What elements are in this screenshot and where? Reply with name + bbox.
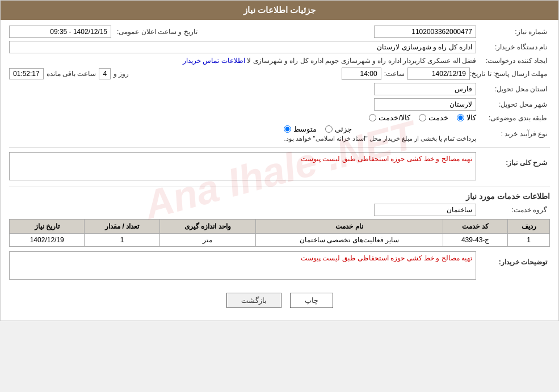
buyer-org-row: نام دستگاه خریدار:	[9, 41, 550, 53]
col-quantity: تعداد / مقدار	[85, 220, 159, 234]
service-group-row: گروه خدمت:	[9, 204, 550, 216]
col-row-num: ردیف	[508, 220, 550, 234]
cell-service-code: ج-43-439	[443, 234, 508, 247]
buyer-notes-section: توضیحات خریدار: تهیه مصالح و خط کشی حوزه…	[9, 251, 550, 281]
general-desc-section: شرح کلی نیاز: تهیه مصالح و خط کشی حوزه ا…	[9, 152, 550, 182]
category-label: طبقه بندی موضوعی:	[476, 114, 550, 122]
buyer-notes-textarea[interactable]: تهیه مصالح و خط کشی حوزه استحفاظی طبق لی…	[9, 251, 476, 280]
creator-row: ایجاد کننده درخواست: فضل اله عسکری کاربر…	[9, 56, 550, 65]
need-number-row: شماره نیاز: تاریخ و ساعت اعلان عمومی:	[9, 26, 550, 38]
category-kala-khedmat-label: کالا/خدمت	[379, 113, 410, 122]
category-khedmat-radio[interactable]	[419, 114, 426, 121]
category-kala-radio[interactable]	[457, 114, 464, 121]
divider-1	[9, 147, 550, 147]
deadline-countdown-value: 01:52:17	[9, 68, 44, 79]
service-group-input[interactable]	[374, 204, 476, 216]
cell-quantity: 1	[85, 234, 159, 247]
buyer-notes-value-col: تهیه مصالح و خط کشی حوزه استحفاظی طبق لی…	[9, 251, 476, 281]
general-desc-textarea[interactable]: تهیه مصالح و خط کشی حوزه استحفاظی طبق لی…	[9, 152, 476, 180]
deadline-time-label: ساعت:	[384, 70, 405, 78]
deadline-days-label: روز و	[114, 70, 129, 78]
deadline-value-col: ساعت: روز و 4 ساعت باقی مانده 01:52:17	[9, 68, 470, 80]
cell-need-date: 1402/12/19	[10, 234, 85, 247]
creator-text: فضل اله عسکری کاربردار اداره راه و شهرسا…	[247, 57, 476, 65]
general-desc-value-col: تهیه مصالح و خط کشی حوزه استحفاظی طبق لی…	[9, 152, 476, 182]
province-label: استان محل تحویل:	[476, 85, 550, 93]
divider-2	[9, 187, 550, 187]
category-kala-khedmat-radio[interactable]	[369, 114, 376, 121]
category-radio-group: کالا/خدمت خدمت کالا	[369, 113, 476, 122]
col-need-date: تاریخ نیاز	[10, 220, 85, 234]
province-value-col	[9, 83, 476, 95]
need-number-input[interactable]	[374, 26, 476, 38]
page-header: جزئیات اطلاعات نیاز	[1, 1, 558, 20]
category-kala-khedmat-item: کالا/خدمت	[369, 113, 410, 122]
deadline-time-input[interactable]	[342, 68, 381, 80]
back-button[interactable]: بازگشت	[226, 293, 281, 308]
province-input[interactable]	[374, 83, 476, 95]
province-row: استان محل تحویل:	[9, 83, 550, 95]
category-kala-item: کالا	[457, 113, 476, 122]
city-row: شهر محل تحویل:	[9, 98, 550, 111]
deadline-remaining-label: ساعت باقی مانده	[47, 70, 96, 78]
general-desc-label: شرح کلی نیاز:	[476, 157, 550, 167]
service-group-label: گروه خدمت:	[476, 206, 550, 214]
process-jozvi-radio[interactable]	[325, 125, 333, 133]
creator-value-col: فضل اله عسکری کاربردار اداره راه و شهرسا…	[9, 56, 476, 65]
buyer-notes-label: توضیحات خریدار:	[476, 256, 550, 266]
page-title: جزئیات اطلاعات نیاز	[243, 5, 316, 15]
cell-unit: متر	[159, 234, 256, 247]
city-input[interactable]	[374, 98, 476, 111]
button-row: چاپ بازگشت	[9, 286, 550, 315]
need-number-label: شماره نیاز:	[476, 28, 550, 36]
table-row: 1 ج-43-439 سایر فعالیت‌های تخصصی ساختمان…	[10, 234, 550, 247]
category-khedmat-label: خدمت	[428, 113, 448, 122]
cell-row-num: 1	[508, 234, 550, 247]
process-jozvi-item: جزئی	[325, 125, 352, 133]
page-wrapper: جزئیات اطلاعات نیاز Ana Ihale .NET شماره…	[0, 0, 559, 321]
process-row: نوع فرآیند خرید : متوسط جزئی پرداخت تمام…	[9, 125, 550, 142]
print-button[interactable]: چاپ	[290, 293, 333, 308]
deadline-date-input[interactable]	[407, 68, 470, 80]
category-row: طبقه بندی موضوعی: کالا/خدمت خدمت کالا	[9, 113, 550, 122]
category-khedmat-item: خدمت	[419, 113, 448, 122]
process-motavasset-item: متوسط	[284, 125, 317, 133]
services-table-header-row: ردیف کد خدمت نام خدمت واحد اندازه گیری ت…	[10, 220, 550, 234]
process-motavasset-radio[interactable]	[284, 125, 291, 133]
process-radio-group: متوسط جزئی	[284, 125, 476, 133]
category-kala-label: کالا	[466, 113, 476, 122]
announce-date-label: تاریخ و ساعت اعلان عمومی:	[117, 28, 197, 36]
process-label: نوع فرآیند خرید :	[476, 130, 550, 138]
services-section-title: اطلاعات خدمات مورد نیاز	[9, 192, 550, 201]
col-service-code: کد خدمت	[443, 220, 508, 234]
process-value-col: متوسط جزئی پرداخت تمام یا بخشی از مبلغ خ…	[9, 125, 476, 142]
city-value-col	[9, 98, 476, 111]
buyer-org-label: نام دستگاه خریدار:	[476, 43, 550, 51]
creator-label: ایجاد کننده درخواست:	[476, 57, 550, 65]
deadline-days-value: 4	[99, 68, 111, 79]
services-table: ردیف کد خدمت نام خدمت واحد اندازه گیری ت…	[9, 219, 550, 247]
cell-service-name: سایر فعالیت‌های تخصصی ساختمان	[256, 234, 443, 247]
need-number-value-col: تاریخ و ساعت اعلان عمومی:	[9, 26, 476, 38]
content-area: Ana Ihale .NET شماره نیاز: تاریخ و ساعت …	[1, 20, 558, 321]
process-jozvi-label: جزئی	[335, 125, 352, 133]
process-motavasset-label: متوسط	[293, 125, 317, 133]
services-table-body: 1 ج-43-439 سایر فعالیت‌های تخصصی ساختمان…	[10, 234, 550, 247]
process-description-text: پرداخت تمام یا بخشی از مبلغ خریدار محل "…	[284, 135, 476, 142]
deadline-row: مهلت ارسال پاسخ: تا تاریخ: ساعت: روز و 4…	[9, 68, 550, 80]
buyer-org-value-col	[9, 41, 476, 53]
buyer-org-input[interactable]	[9, 41, 476, 53]
city-label: شهر محل تحویل:	[476, 100, 550, 108]
col-service-name: نام خدمت	[256, 220, 443, 234]
services-table-header: ردیف کد خدمت نام خدمت واحد اندازه گیری ت…	[10, 220, 550, 234]
announce-date-input[interactable]	[9, 26, 111, 38]
deadline-label: مهلت ارسال پاسخ: تا تاریخ:	[470, 70, 550, 78]
service-group-value-col	[9, 204, 476, 216]
col-unit: واحد اندازه گیری	[159, 220, 256, 234]
creator-contact-link[interactable]: اطلاعات تماس خریدار	[183, 57, 245, 65]
category-value-col: کالا/خدمت خدمت کالا	[9, 113, 476, 122]
